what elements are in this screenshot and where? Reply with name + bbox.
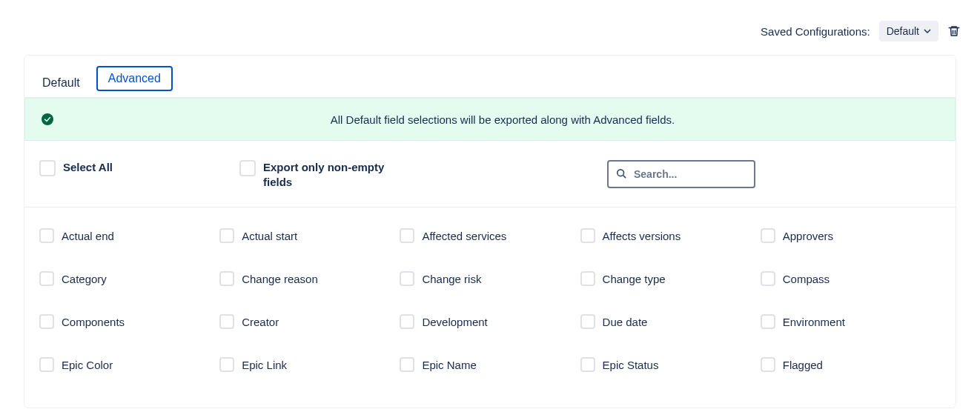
- field-item[interactable]: Development: [400, 314, 580, 329]
- field-label: Affects versions: [603, 230, 681, 242]
- field-item[interactable]: Due date: [580, 314, 761, 329]
- field-checkbox[interactable]: [761, 357, 775, 372]
- field-checkbox[interactable]: [761, 271, 775, 286]
- select-all-label: Select All: [63, 160, 113, 175]
- field-item[interactable]: Change reason: [219, 271, 400, 286]
- saved-configurations-value: Default: [887, 25, 919, 37]
- field-checkbox[interactable]: [219, 314, 234, 329]
- field-item[interactable]: Affects versions: [580, 228, 761, 243]
- tab-advanced[interactable]: Advanced: [96, 66, 173, 91]
- field-checkbox[interactable]: [39, 228, 54, 243]
- field-label: Affected services: [422, 230, 506, 242]
- search-box[interactable]: [607, 160, 755, 188]
- field-checkbox[interactable]: [580, 314, 595, 329]
- field-item[interactable]: Compass: [761, 271, 941, 286]
- svg-point-0: [42, 113, 53, 125]
- field-item[interactable]: Change type: [580, 271, 761, 286]
- field-item[interactable]: Epic Color: [39, 357, 219, 372]
- field-label: Actual start: [242, 230, 297, 242]
- delete-configuration-button[interactable]: [947, 24, 962, 39]
- field-checkbox[interactable]: [580, 357, 595, 372]
- field-checkbox[interactable]: [39, 271, 54, 286]
- field-label: Development: [422, 316, 487, 328]
- field-label: Creator: [242, 316, 279, 328]
- top-bar: Saved Configurations: Default: [0, 0, 980, 55]
- info-banner: All Default field selections will be exp…: [24, 98, 956, 141]
- field-item[interactable]: Epic Name: [400, 357, 580, 372]
- field-label: Compass: [783, 273, 830, 285]
- field-label: Environment: [783, 316, 845, 328]
- search-input[interactable]: [634, 168, 746, 180]
- select-all-control[interactable]: Select All: [39, 160, 210, 176]
- field-item[interactable]: Epic Link: [219, 357, 400, 372]
- configuration-card: Default Advanced All Default field selec…: [24, 55, 956, 408]
- field-row: Components Creator Development Due date …: [39, 314, 941, 329]
- controls-row: Select All Export only non-empty fields: [24, 141, 956, 207]
- field-item[interactable]: Actual start: [219, 228, 400, 243]
- field-checkbox[interactable]: [580, 271, 595, 286]
- field-label: Change risk: [422, 273, 481, 285]
- fields-grid: Actual end Actual start Affected service…: [24, 207, 956, 408]
- field-item[interactable]: Flagged: [761, 357, 941, 372]
- field-item[interactable]: Actual end: [39, 228, 219, 243]
- field-checkbox[interactable]: [39, 314, 54, 329]
- chevron-down-icon: [924, 29, 931, 33]
- field-label: Change type: [603, 273, 666, 285]
- field-item[interactable]: Environment: [761, 314, 941, 329]
- check-circle-icon: [40, 112, 55, 127]
- field-label: Due date: [603, 316, 648, 328]
- field-row: Actual end Actual start Affected service…: [39, 228, 941, 243]
- field-checkbox[interactable]: [400, 271, 414, 286]
- field-row: Epic Color Epic Link Epic Name Epic Stat…: [39, 357, 941, 372]
- field-row: Category Change reason Change risk Chang…: [39, 271, 941, 286]
- field-item[interactable]: Epic Status: [580, 357, 761, 372]
- export-non-empty-checkbox[interactable]: [239, 160, 256, 176]
- field-label: Actual end: [62, 230, 114, 242]
- tab-default[interactable]: Default: [36, 72, 86, 97]
- field-label: Approvers: [783, 230, 833, 242]
- field-checkbox[interactable]: [580, 228, 595, 243]
- saved-configurations-label: Saved Configurations:: [761, 25, 870, 38]
- field-item[interactable]: Category: [39, 271, 219, 286]
- export-non-empty-label: Export only non-empty fields: [263, 160, 397, 189]
- field-checkbox[interactable]: [761, 314, 775, 329]
- field-label: Epic Name: [422, 359, 476, 371]
- field-item[interactable]: Components: [39, 314, 219, 329]
- svg-point-1: [618, 170, 624, 176]
- tabs: Default Advanced: [24, 56, 956, 98]
- field-item[interactable]: Creator: [219, 314, 400, 329]
- select-all-checkbox[interactable]: [39, 160, 56, 176]
- field-label: Epic Link: [242, 359, 287, 371]
- field-item[interactable]: Approvers: [761, 228, 941, 243]
- field-checkbox[interactable]: [219, 271, 234, 286]
- field-checkbox[interactable]: [400, 314, 414, 329]
- field-label: Change reason: [242, 273, 318, 285]
- field-item[interactable]: Affected services: [400, 228, 580, 243]
- field-checkbox[interactable]: [219, 357, 234, 372]
- field-item[interactable]: Change risk: [400, 271, 580, 286]
- field-label: Category: [62, 273, 107, 285]
- field-label: Epic Status: [603, 359, 659, 371]
- banner-text: All Default field selections will be exp…: [65, 113, 940, 126]
- field-checkbox[interactable]: [761, 228, 775, 243]
- field-checkbox[interactable]: [39, 357, 54, 372]
- field-label: Flagged: [783, 359, 823, 371]
- field-label: Components: [62, 316, 125, 328]
- saved-configurations-select[interactable]: Default: [879, 21, 938, 41]
- field-checkbox[interactable]: [400, 357, 414, 372]
- field-checkbox[interactable]: [400, 228, 414, 243]
- field-checkbox[interactable]: [219, 228, 234, 243]
- export-non-empty-control[interactable]: Export only non-empty fields: [239, 160, 447, 189]
- search-icon: [616, 168, 628, 180]
- field-label: Epic Color: [62, 359, 113, 371]
